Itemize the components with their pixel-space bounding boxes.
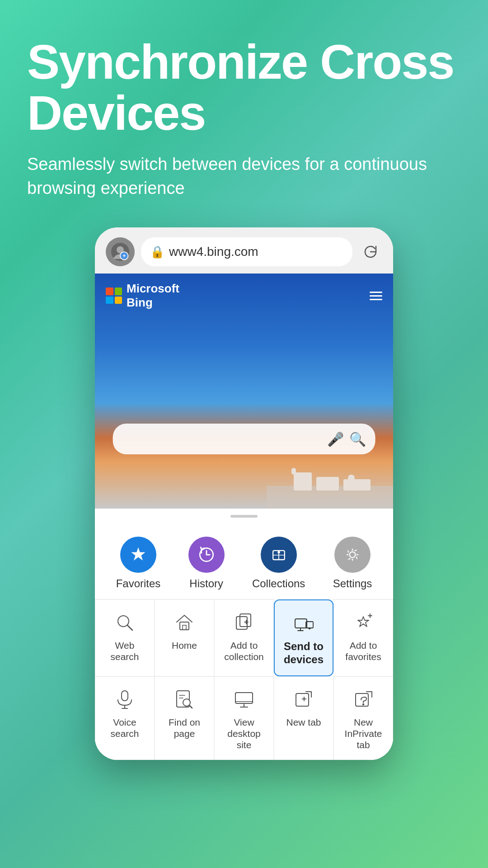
- bing-search-bar[interactable]: 🎤 🔍: [113, 424, 375, 454]
- grid-voice-search[interactable]: Voicesearch: [95, 676, 155, 760]
- grid-find-on-page[interactable]: Find onpage: [155, 676, 214, 760]
- bottom-sheet: Favorites History: [95, 524, 393, 760]
- new-inprivate-tab-label: NewInPrivatetab: [345, 717, 382, 751]
- pull-tab[interactable]: [95, 509, 393, 524]
- grid-add-to-collection[interactable]: Add tocollection: [214, 599, 274, 676]
- new-tab-icon: [292, 688, 315, 711]
- web-search-icon: [113, 611, 136, 634]
- add-collection-icon: [232, 611, 256, 634]
- quick-actions: Favorites History: [95, 524, 393, 599]
- address-bar[interactable]: 🔒 www4.bing.com: [141, 237, 352, 266]
- svg-rect-8: [343, 479, 371, 491]
- svg-point-13: [277, 551, 280, 554]
- svg-rect-43: [296, 693, 309, 706]
- grid-web-search[interactable]: Websearch: [95, 599, 155, 676]
- collections-label: Collections: [252, 577, 305, 590]
- svg-rect-20: [236, 617, 247, 629]
- bing-header: MicrosoftBing: [95, 274, 393, 318]
- hero-title: Synchronize Cross Devices: [27, 36, 461, 139]
- svg-point-15: [350, 552, 356, 558]
- settings-circle: [334, 537, 371, 573]
- action-favorites[interactable]: Favorites: [116, 537, 161, 590]
- grid-new-inprivate-tab[interactable]: NewInPrivatetab: [333, 676, 393, 760]
- inprivate-icon: [352, 688, 375, 711]
- svg-rect-24: [295, 619, 307, 628]
- grid-view-desktop-site[interactable]: Viewdesktopsite: [214, 676, 274, 760]
- svg-rect-21: [240, 614, 251, 627]
- svg-point-47: [363, 703, 364, 705]
- svg-rect-31: [122, 691, 128, 701]
- collections-circle: [261, 537, 297, 573]
- pull-tab-bar: [230, 515, 258, 518]
- svg-rect-7: [316, 477, 339, 491]
- add-to-favorites-label: Add tofavorites: [345, 640, 381, 662]
- action-settings[interactable]: Settings: [333, 537, 372, 590]
- history-label: History: [189, 577, 223, 590]
- sq-blue: [106, 297, 113, 304]
- microsoft-squares: [106, 288, 122, 304]
- santorini-illustration: [267, 445, 393, 509]
- sq-yellow: [115, 297, 122, 304]
- svg-rect-18: [180, 622, 189, 630]
- collections-icon: [269, 545, 289, 565]
- add-favorites-icon: [352, 611, 375, 634]
- hero-subtitle: Seamlessly switch between devices for a …: [27, 152, 461, 200]
- browser-content: MicrosoftBing: [95, 274, 393, 509]
- send-to-devices-label: Send todevices: [284, 640, 324, 666]
- bing-menu-icon[interactable]: [370, 292, 382, 300]
- browser-chrome: + 🔒 www4.bing.com: [95, 227, 393, 274]
- lock-icon: 🔒: [150, 245, 164, 259]
- new-tab-label: New tab: [286, 717, 321, 728]
- svg-rect-9: [348, 475, 355, 481]
- svg-point-28: [309, 628, 310, 629]
- grid-add-to-favorites[interactable]: Add tofavorites: [333, 599, 393, 676]
- favorites-circle: [120, 537, 156, 573]
- svg-line-17: [127, 625, 132, 630]
- svg-line-36: [189, 705, 192, 708]
- voice-search-label: Voicesearch: [110, 717, 139, 739]
- svg-rect-6: [291, 468, 296, 475]
- bing-logo-text: MicrosoftBing: [127, 282, 179, 310]
- settings-icon: [343, 545, 362, 565]
- find-on-page-label: Find onpage: [169, 717, 200, 739]
- grid-new-tab[interactable]: New tab: [274, 676, 333, 760]
- web-search-label: Websearch: [110, 640, 139, 662]
- history-icon: [197, 545, 216, 565]
- view-desktop-site-label: Viewdesktopsite: [227, 717, 261, 751]
- home-icon: [173, 611, 196, 634]
- grid-home[interactable]: Home: [155, 599, 214, 676]
- settings-label: Settings: [333, 577, 372, 590]
- history-circle: [188, 537, 225, 573]
- sq-green: [115, 288, 122, 295]
- mic-icon: [113, 688, 136, 711]
- svg-text:+: +: [122, 253, 126, 259]
- profile-button[interactable]: +: [106, 237, 135, 266]
- desktop-icon: [232, 688, 256, 711]
- send-devices-icon: [292, 611, 315, 635]
- action-collections[interactable]: Collections: [252, 537, 305, 590]
- sq-red: [106, 288, 113, 295]
- bing-search-input[interactable]: [122, 432, 322, 446]
- svg-rect-19: [183, 625, 186, 630]
- home-label: Home: [172, 640, 197, 651]
- star-icon: [128, 545, 148, 565]
- phone-mockup: + 🔒 www4.bing.com: [95, 227, 393, 760]
- find-on-page-icon: [173, 688, 196, 711]
- favorites-label: Favorites: [116, 577, 161, 590]
- bing-logo: MicrosoftBing: [106, 282, 179, 310]
- refresh-button[interactable]: [359, 240, 382, 264]
- grid-send-to-devices[interactable]: Send todevices: [274, 599, 333, 676]
- action-history[interactable]: History: [188, 537, 225, 590]
- grid-actions-row2: Voicesearch Find onpage: [95, 676, 393, 760]
- url-text: www4.bing.com: [169, 245, 343, 259]
- bing-mic-icon[interactable]: 🎤: [327, 431, 344, 447]
- add-to-collection-label: Add tocollection: [224, 640, 264, 662]
- grid-actions-row1: Websearch Home: [95, 599, 393, 676]
- svg-rect-5: [294, 472, 312, 491]
- bing-search-icon[interactable]: 🔍: [349, 431, 366, 447]
